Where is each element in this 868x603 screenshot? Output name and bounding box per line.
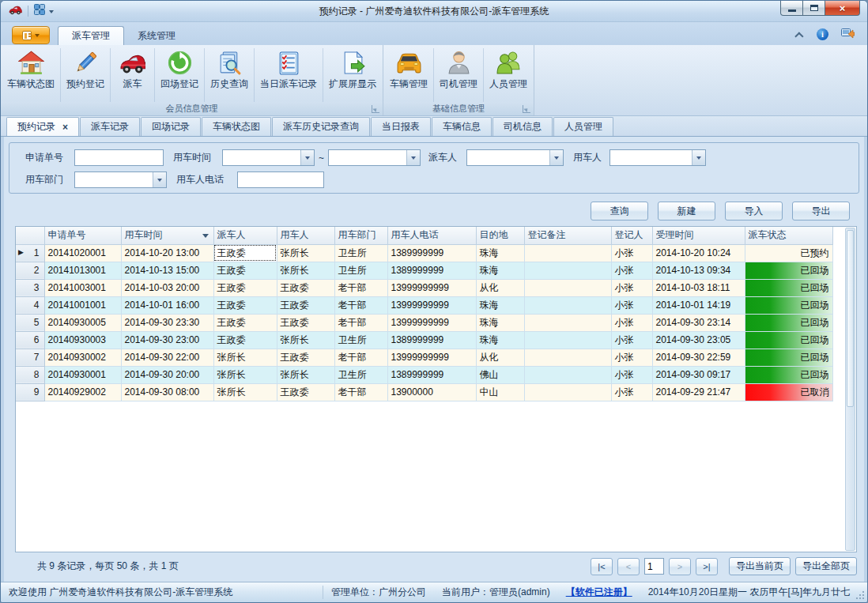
cell-dispatcher[interactable]: 王政委 xyxy=(213,244,277,262)
col-registrar[interactable]: 登记人 xyxy=(611,227,652,244)
cell-dispatcher[interactable]: 张所长 xyxy=(213,366,277,383)
application-menu-button[interactable] xyxy=(12,26,50,44)
table-row[interactable]: 9 20140929002 2014-09-30 08:00 张所长 王政委 老… xyxy=(16,383,832,401)
cell-registrar[interactable]: 小张 xyxy=(611,331,652,349)
next-page-button[interactable]: > xyxy=(669,558,691,575)
cell-use-time[interactable]: 2014-09-30 22:00 xyxy=(121,349,213,366)
cell-status[interactable]: 已预约 xyxy=(745,244,832,262)
cell-remark[interactable] xyxy=(524,366,611,383)
cell-registrar[interactable]: 小张 xyxy=(611,262,652,279)
quick-access-dropdown-icon[interactable] xyxy=(49,10,54,16)
combo-dropdown-icon[interactable] xyxy=(153,172,166,187)
row-indicator-cell[interactable]: 5 xyxy=(16,314,44,331)
apply-no-input[interactable] xyxy=(74,149,164,166)
cell-department[interactable]: 老干部 xyxy=(334,314,387,331)
history-query-button[interactable]: 历史查询 xyxy=(205,48,255,102)
document-tab[interactable]: 车辆信息 xyxy=(432,117,492,136)
cell-user[interactable]: 张所长 xyxy=(277,244,334,262)
cell-registrar[interactable]: 小张 xyxy=(611,314,652,331)
cell-status[interactable]: 已回场 xyxy=(745,279,832,296)
cell-accept-time[interactable]: 2014-10-01 14:19 xyxy=(652,296,745,314)
cell-department[interactable]: 卫生所 xyxy=(334,366,387,383)
collapse-ribbon-icon[interactable] xyxy=(794,32,803,40)
cell-remark[interactable] xyxy=(524,331,611,349)
create-button[interactable]: 新建 xyxy=(658,202,715,220)
row-indicator-cell[interactable]: 7 xyxy=(16,349,44,366)
title-bar[interactable]: 预约记录 - 广州爱奇迪软件科技有限公司-派车管理系统 × xyxy=(1,1,867,22)
cell-user-phone[interactable]: 1389999999 xyxy=(387,366,476,383)
cell-dispatcher[interactable]: 王政委 xyxy=(213,279,277,296)
cell-user[interactable]: 王政委 xyxy=(277,296,334,314)
table-row[interactable]: 8 20140930001 2014-09-30 20:00 张所长 张所长 卫… xyxy=(16,366,832,383)
row-indicator-cell[interactable]: 3 xyxy=(16,279,44,296)
cell-dispatcher[interactable]: 王政委 xyxy=(213,262,277,279)
cell-apply-no[interactable]: 20141013001 xyxy=(44,262,121,279)
cell-use-time[interactable]: 2014-09-30 20:00 xyxy=(121,366,213,383)
cell-user[interactable]: 王政委 xyxy=(277,383,334,401)
col-user-phone[interactable]: 用车人电话 xyxy=(387,227,476,244)
table-row[interactable]: 4 20141001001 2014-10-01 16:00 王政委 王政委 老… xyxy=(16,296,832,314)
cell-remark[interactable] xyxy=(524,262,611,279)
cell-use-time[interactable]: 2014-10-20 13:00 xyxy=(121,244,213,262)
cell-use-time[interactable]: 2014-10-13 15:00 xyxy=(121,262,213,279)
cell-use-time[interactable]: 2014-09-30 23:30 xyxy=(121,314,213,331)
table-row[interactable]: 2 20141013001 2014-10-13 15:00 王政委 张所长 卫… xyxy=(16,262,832,279)
cell-accept-time[interactable]: 2014-09-30 22:59 xyxy=(652,349,745,366)
cell-destination[interactable]: 中山 xyxy=(476,383,524,401)
minimize-button[interactable] xyxy=(780,0,803,16)
dispatch-button[interactable]: 派车 xyxy=(111,48,155,102)
sort-filter-arrow-icon[interactable] xyxy=(202,234,209,241)
cell-accept-time[interactable]: 2014-10-20 10:24 xyxy=(652,244,745,262)
cell-user-phone[interactable]: 13900000 xyxy=(387,383,476,401)
use-time-to-combo[interactable] xyxy=(328,149,421,166)
ribbon-tab-dispatch[interactable]: 派车管理 xyxy=(58,26,124,45)
cell-accept-time[interactable]: 2014-09-30 09:17 xyxy=(652,366,745,383)
return-register-button[interactable]: 回场登记 xyxy=(155,48,205,102)
cell-apply-no[interactable]: 20141001001 xyxy=(44,296,121,314)
row-indicator-cell[interactable]: 4 xyxy=(16,296,44,314)
cell-dispatcher[interactable]: 王政委 xyxy=(213,296,277,314)
close-button[interactable]: × xyxy=(825,0,860,16)
tab-close-icon[interactable]: × xyxy=(62,122,68,132)
cell-apply-no[interactable]: 20140930002 xyxy=(44,349,121,366)
cell-destination[interactable]: 佛山 xyxy=(476,366,524,383)
export-all-pages-button[interactable]: 导出全部页 xyxy=(795,557,857,575)
cell-registrar[interactable]: 小张 xyxy=(611,296,652,314)
cell-apply-no[interactable]: 20140930001 xyxy=(44,366,121,383)
cell-remark[interactable] xyxy=(524,349,611,366)
vertical-scrollbar[interactable] xyxy=(845,228,855,551)
query-button[interactable]: 查询 xyxy=(591,202,648,220)
document-tab[interactable]: 派车记录 xyxy=(80,117,140,136)
combo-dropdown-icon[interactable] xyxy=(549,150,563,165)
resize-grip[interactable] xyxy=(855,590,865,600)
col-status[interactable]: 派车状态 xyxy=(745,227,832,244)
person-manage-button[interactable]: 人员管理 xyxy=(484,48,533,102)
cell-user-phone[interactable]: 13999999999 xyxy=(387,296,476,314)
cell-user[interactable]: 王政委 xyxy=(277,349,334,366)
cell-apply-no[interactable]: 20140930003 xyxy=(44,331,121,349)
table-row[interactable]: 6 20140930003 2014-09-30 23:00 王政委 张所长 卫… xyxy=(16,331,832,349)
cell-department[interactable]: 卫生所 xyxy=(334,331,387,349)
user-combo[interactable] xyxy=(609,149,706,166)
cell-registrar[interactable]: 小张 xyxy=(611,244,652,262)
cell-accept-time[interactable]: 2014-09-30 23:05 xyxy=(652,331,745,349)
screen-switch-icon[interactable] xyxy=(841,27,855,42)
cell-user[interactable]: 王政委 xyxy=(277,314,334,331)
cell-user-phone[interactable]: 13999999999 xyxy=(387,279,476,296)
scrollbar-thumb[interactable] xyxy=(847,230,854,407)
col-department[interactable]: 用车部门 xyxy=(334,227,387,244)
cell-dispatcher[interactable]: 王政委 xyxy=(213,331,277,349)
cell-status[interactable]: 已回场 xyxy=(745,262,832,279)
col-use-time[interactable]: 用车时间 xyxy=(121,227,213,244)
col-user[interactable]: 用车人 xyxy=(277,227,334,244)
document-tab[interactable]: 车辆状态图 xyxy=(202,117,271,136)
info-icon[interactable]: i xyxy=(817,28,828,40)
use-time-from-combo[interactable] xyxy=(222,149,315,166)
cell-accept-time[interactable]: 2014-10-13 09:34 xyxy=(652,262,745,279)
col-apply-no[interactable]: 申请单号 xyxy=(44,227,121,244)
dialog-launcher-icon[interactable] xyxy=(523,105,530,113)
cell-remark[interactable] xyxy=(524,296,611,314)
cell-apply-no[interactable]: 20140929002 xyxy=(44,383,121,401)
ribbon-tab-system[interactable]: 系统管理 xyxy=(124,26,189,45)
table-row[interactable]: ▶1 20141020001 2014-10-20 13:00 王政委 张所长 … xyxy=(16,244,832,262)
